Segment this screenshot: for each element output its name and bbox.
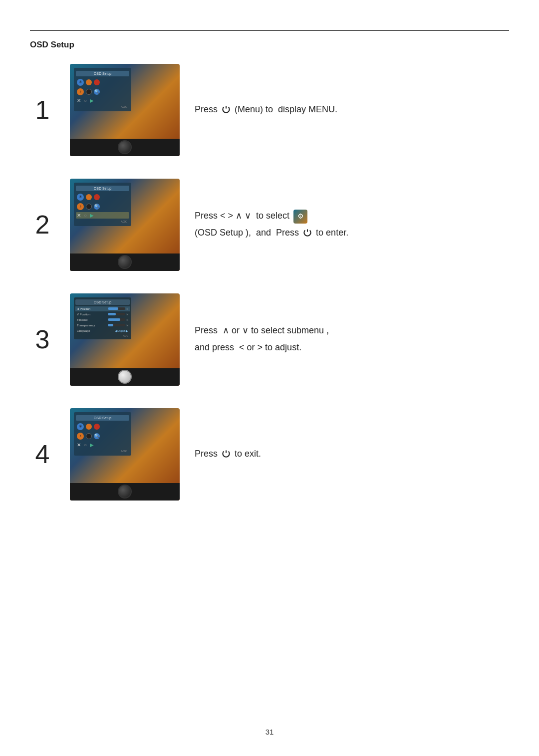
osd-icon-1: ✳ — [77, 79, 84, 86]
osd-menu-1: OSD Setup ✳ ♪ 🔍 ✕ ○ ▶ — [74, 68, 131, 111]
step-description-2: Press < > ∧ ∨ to select (OSD Setup ), an… — [195, 209, 509, 240]
osd-sub-row-3-1: H Position N — [75, 306, 130, 311]
osd-icon-2-3 — [94, 194, 100, 200]
osd-aoc-label-1: AOC — [76, 105, 129, 108]
step-number-1: 1 — [30, 95, 55, 125]
osd-item-1-1: ✳ — [76, 78, 129, 86]
step-image-3: OSD Setup H Position N V Position N — [70, 293, 180, 386]
step-image-2: OSD Setup ✳ ♪ 🔍 ✕ ○ ▶ — [70, 179, 180, 271]
page-number: 31 — [266, 728, 274, 736]
monitor-bezel-1 — [70, 139, 180, 156]
osd-menu-4: OSD Setup ✳ ♪ 🔍 ✕ ○ ▶ — [74, 412, 131, 456]
osd-sub-row-3-5: Language ◀ English ▶ — [75, 328, 130, 333]
step-description-4: Press to exit. — [195, 447, 509, 462]
osd-item-2-1: ✳ — [76, 193, 129, 201]
osd-vol-icon-3: 🔍 — [94, 89, 100, 95]
osd-item-4-3: ✕ ○ ▶ — [76, 442, 129, 448]
osd-icon-4-2 — [86, 424, 92, 430]
osd-sub-bar-3-2: N — [108, 313, 128, 316]
monitor-bezel-4 — [70, 483, 180, 501]
osd-vol-icon-4-2 — [86, 433, 92, 439]
step-row-1: 1 OSD Setup ✳ ♪ 🔍 — [30, 60, 509, 160]
osd-sub-row-3-4: Transparency N — [75, 323, 130, 328]
osd-title-2: OSD Setup — [76, 186, 129, 191]
osd-sub-bar-3-4: N — [108, 324, 128, 327]
osd-icon-3 — [94, 79, 100, 85]
osd-item-1-2: ♪ 🔍 — [76, 88, 129, 96]
osd-sub-row-3-3: Timeout N — [75, 317, 130, 322]
page-title: OSD Setup — [30, 40, 74, 50]
step-number-3: 3 — [30, 324, 55, 354]
power-icon-2 — [302, 228, 312, 238]
osd-icon-4-3 — [94, 424, 100, 430]
monitor-btn-3 — [118, 370, 132, 384]
osd-icon-2-2 — [86, 194, 92, 200]
osd-setup-icon — [293, 210, 307, 224]
osd-submenu-3: OSD Setup H Position N V Position N — [74, 297, 131, 339]
osd-vol-icon-2-1: ♪ — [77, 203, 84, 210]
osd-title-1: OSD Setup — [76, 71, 129, 76]
step-description-3: Press ∧ or ∨ to select submenu , and pre… — [195, 323, 509, 355]
content-area: 1 OSD Setup ✳ ♪ 🔍 — [30, 60, 509, 504]
monitor-btn-1 — [118, 140, 132, 154]
power-icon-4 — [221, 449, 231, 459]
osd-vol-icon-4-3: 🔍 — [94, 433, 100, 439]
monitor-bezel-2 — [70, 253, 180, 271]
step-desc-line2-2: (OSD Setup ), and Press to enter. — [195, 226, 509, 241]
osd-icon-4-1: ✳ — [77, 423, 84, 430]
osd-sub-title-3: OSD Setup — [75, 299, 130, 305]
osd-vol-icon-2-3: 🔍 — [94, 204, 100, 210]
monitor-btn-2 — [118, 255, 132, 269]
osd-item-2-3: ✕ ○ ▶ — [76, 212, 129, 219]
osd-menu-2: OSD Setup ✳ ♪ 🔍 ✕ ○ ▶ — [74, 183, 131, 226]
step-number-2: 2 — [30, 210, 55, 240]
osd-icon-2 — [86, 79, 92, 85]
osd-sub-bar-3-3: N — [108, 318, 128, 321]
osd-vol-icon-2-2 — [86, 204, 92, 210]
monitor-bezel-3 — [70, 368, 180, 386]
monitor-btn-4 — [118, 485, 132, 499]
osd-item-1-3: ✕ ○ ▶ — [76, 97, 129, 104]
osd-item-4-2: ♪ 🔍 — [76, 432, 129, 440]
osd-aoc-label-3: AOC — [75, 334, 130, 337]
osd-vol-icon-2 — [86, 89, 92, 95]
osd-aoc-label-2: AOC — [76, 220, 129, 223]
step-row-3: 3 OSD Setup H Position N V Position — [30, 289, 509, 389]
osd-aoc-label-4: AOC — [76, 450, 129, 453]
osd-vol-icon: ♪ — [77, 88, 84, 95]
osd-icon-2-1: ✳ — [77, 194, 84, 201]
osd-item-4-1: ✳ — [76, 423, 129, 431]
step-desc-line2-3: and press < or > to adjust. — [195, 340, 509, 355]
osd-item-2-2: ♪ 🔍 — [76, 203, 129, 211]
step-image-4: OSD Setup ✳ ♪ 🔍 ✕ ○ ▶ — [70, 408, 180, 501]
power-icon-1 — [221, 105, 231, 115]
osd-sub-bar-3-1: N — [108, 307, 128, 310]
osd-title-4: OSD Setup — [76, 415, 129, 421]
step-description-1: Press (Menu) to display MENU. — [195, 102, 509, 117]
step-image-1: OSD Setup ✳ ♪ 🔍 ✕ ○ ▶ — [70, 64, 180, 156]
top-rule — [30, 30, 509, 31]
step-number-4: 4 — [30, 439, 55, 469]
step-row-4: 4 OSD Setup ✳ ♪ 🔍 ✕ — [30, 404, 509, 504]
osd-vol-icon-4-1: ♪ — [77, 433, 84, 440]
step-row-2: 2 OSD Setup ✳ ♪ 🔍 ✕ — [30, 175, 509, 274]
osd-sub-row-3-2: V Position N — [75, 312, 130, 317]
